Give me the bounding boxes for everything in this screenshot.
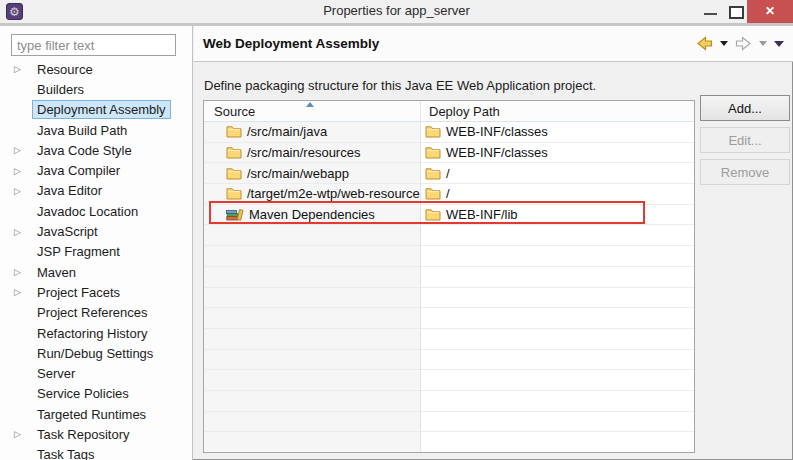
sidebar-item-maven[interactable]: ▷Maven [0,262,191,282]
close-icon[interactable]: ✕ [747,0,793,23]
sidebar-item-label: JavaScript [32,222,103,241]
source-cell[interactable] [204,370,420,390]
sidebar-item-task-tags[interactable]: Task Tags [0,445,191,460]
sidebar-item-run-debug-settings[interactable]: Run/Debug Settings [0,343,191,363]
deploy-path-cell[interactable] [420,432,694,452]
sidebar-item-project-facets[interactable]: ▷Project Facets [0,282,191,302]
deploy-path-cell[interactable] [420,267,694,287]
source-cell[interactable] [204,329,420,349]
chevron-right-icon[interactable]: ▷ [14,227,32,237]
table-body: /src/main/javaWEB-INF/classes/src/main/r… [204,122,694,453]
column-header-source[interactable]: Source [214,104,255,119]
table-row-target-m2e-wtp-web-resources[interactable]: /target/m2e-wtp/web-resources/ [204,184,694,205]
deploy-path-cell[interactable] [420,288,694,308]
source-cell[interactable] [204,288,420,308]
deploy-path-cell[interactable] [420,329,694,349]
deploy-path-cell[interactable]: WEB-INF/lib [420,205,694,225]
sidebar-item-javadoc-location[interactable]: Javadoc Location [0,201,191,221]
deploy-path-cell[interactable] [420,391,694,411]
deploy-path-cell[interactable]: / [420,184,694,204]
properties-sidebar: ▷ResourceBuildersDeployment AssemblyJava… [0,26,193,460]
forward-icon[interactable] [735,36,752,51]
chevron-right-icon[interactable]: ▷ [14,166,32,176]
table-row-src-main-java[interactable]: /src/main/javaWEB-INF/classes [204,122,694,143]
cell-text: /src/main/webapp [247,166,349,181]
table-row-src-main-resources[interactable]: /src/main/resourcesWEB-INF/classes [204,143,694,164]
forward-dropdown-icon[interactable] [759,41,767,46]
sidebar-item-java-build-path[interactable]: Java Build Path [0,120,191,140]
table-row-empty [204,267,694,288]
sidebar-item-deployment-assembly[interactable]: Deployment Assembly [0,100,191,120]
page-title: Web Deployment Assembly [203,36,379,51]
source-cell[interactable] [204,246,420,266]
source-cell[interactable]: /src/main/java [204,122,420,142]
column-header-deploy-path[interactable]: Deploy Path [429,104,500,119]
table-row-empty [204,246,694,267]
remove-button: Remove [700,159,790,185]
source-cell[interactable] [204,308,420,328]
sidebar-item-jsp-fragment[interactable]: JSP Fragment [0,242,191,262]
source-cell[interactable] [204,391,420,411]
deployment-assembly-table[interactable]: Source Deploy Path /src/main/javaWEB-INF… [203,100,695,453]
folder-icon [226,167,242,180]
sidebar-item-java-code-style[interactable]: ▷Java Code Style [0,140,191,160]
table-row-empty [204,288,694,309]
properties-tree: ▷ResourceBuildersDeployment AssemblyJava… [0,59,191,460]
deploy-path-cell[interactable] [420,308,694,328]
chevron-right-icon[interactable]: ▷ [14,429,32,439]
sidebar-item-service-policies[interactable]: Service Policies [0,384,191,404]
deploy-path-cell[interactable]: / [420,163,694,183]
deploy-path-cell[interactable] [420,412,694,432]
filter-input[interactable] [11,34,176,56]
deploy-path-cell[interactable] [420,370,694,390]
sidebar-item-label: Server [32,364,80,383]
sidebar-item-refactoring-history[interactable]: Refactoring History [0,323,191,343]
table-row-maven-dependencies[interactable]: Maven DependenciesWEB-INF/lib [204,205,694,226]
sidebar-item-label: Java Compiler [32,161,125,180]
source-cell[interactable] [204,432,420,452]
sidebar-item-targeted-runtimes[interactable]: Targeted Runtimes [0,404,191,424]
source-cell[interactable] [204,267,420,287]
sidebar-item-label: Builders [32,80,89,99]
sidebar-item-javascript[interactable]: ▷JavaScript [0,221,191,241]
sidebar-item-java-editor[interactable]: ▷Java Editor [0,181,191,201]
deploy-path-cell[interactable]: WEB-INF/classes [420,143,694,163]
maximize-icon[interactable] [729,6,744,19]
sidebar-item-java-compiler[interactable]: ▷Java Compiler [0,160,191,180]
chevron-right-icon[interactable]: ▷ [14,145,32,155]
back-dropdown-icon[interactable] [720,41,728,46]
deploy-path-cell[interactable] [420,246,694,266]
source-cell[interactable] [204,350,420,370]
sidebar-item-server[interactable]: Server [0,363,191,383]
table-row-src-main-webapp[interactable]: /src/main/webapp/ [204,163,694,184]
title-bar: ⚙ Properties for app_server ✕ [0,0,793,26]
minimize-icon[interactable] [704,13,717,15]
chevron-right-icon[interactable]: ▷ [14,267,32,277]
sidebar-item-builders[interactable]: Builders [0,79,191,99]
deploy-path-cell[interactable] [420,225,694,245]
sidebar-item-task-repository[interactable]: ▷Task Repository [0,424,191,444]
chevron-right-icon[interactable]: ▷ [14,64,32,74]
source-cell[interactable]: Maven Dependencies [204,205,420,225]
column-divider[interactable] [420,101,421,452]
properties-dialog: ⚙ Properties for app_server ✕ ▷ResourceB… [0,0,793,460]
sidebar-item-label: Refactoring History [32,324,153,343]
add-button[interactable]: Add... [700,95,790,121]
deploy-path-cell[interactable]: WEB-INF/classes [420,122,694,142]
cell-text: Maven Dependencies [249,207,375,222]
sidebar-item-resource[interactable]: ▷Resource [0,59,191,79]
source-cell[interactable]: /src/main/webapp [204,163,420,183]
source-cell[interactable] [204,225,420,245]
table-row-empty [204,225,694,246]
back-icon[interactable] [696,36,713,51]
deploy-path-cell[interactable] [420,350,694,370]
sidebar-item-label: Java Build Path [32,121,132,140]
chevron-right-icon[interactable]: ▷ [14,287,32,297]
view-menu-icon[interactable] [774,41,784,47]
source-cell[interactable]: /src/main/resources [204,143,420,163]
sort-ascending-icon [306,102,314,107]
chevron-right-icon[interactable]: ▷ [14,186,32,196]
sidebar-item-project-references[interactable]: Project References [0,303,191,323]
source-cell[interactable] [204,412,420,432]
source-cell[interactable]: /target/m2e-wtp/web-resources [204,184,420,204]
